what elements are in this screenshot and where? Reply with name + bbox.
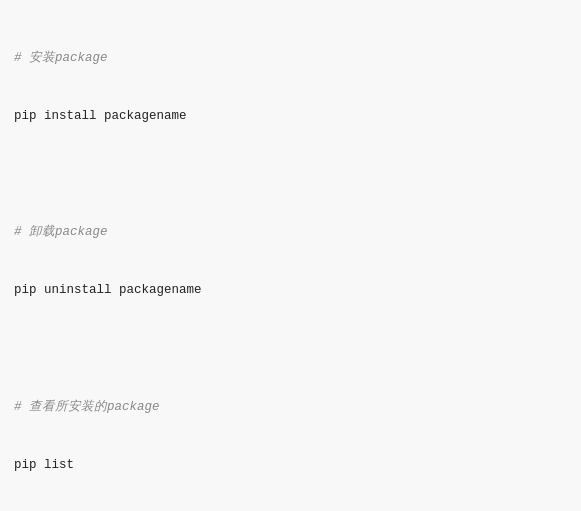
line-comment-3: # 查看所安装的package [14, 398, 567, 417]
line-comment-2: # 卸载package [14, 223, 567, 242]
line-comment-1: # 安装package [14, 49, 567, 68]
line-install: pip install packagename [14, 107, 567, 126]
line-uninstall: pip uninstall packagename [14, 281, 567, 300]
line-list: pip list [14, 456, 567, 475]
code-content: # 安装package pip install packagename # 卸载… [14, 10, 567, 511]
line-blank-2 [14, 339, 567, 358]
line-blank-1 [14, 165, 567, 184]
